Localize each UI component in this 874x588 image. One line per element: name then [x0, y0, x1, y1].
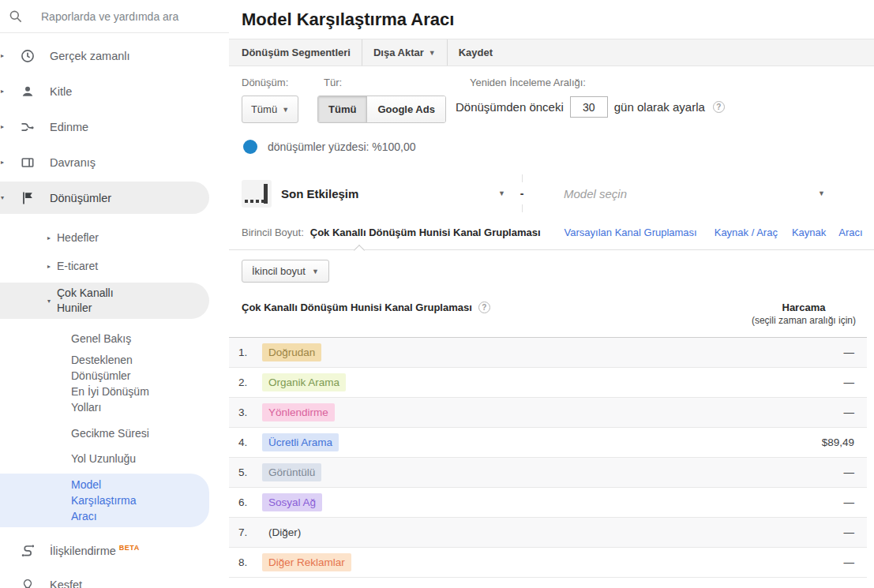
channel-label: Ücretli Arama — [262, 433, 339, 451]
sidebar-item-path-length[interactable]: Yol Uzunluğu — [0, 447, 229, 470]
channel-label: Sosyal Ağ — [262, 493, 322, 511]
expand-right-icon[interactable]: ▸ — [0, 159, 9, 166]
sidebar-item-goals[interactable]: ▸ Hedefler — [0, 223, 229, 252]
dimension-link-source[interactable]: Kaynak — [792, 227, 826, 238]
channel-label: (Diğer) — [262, 523, 307, 541]
primary-dimension-bar: Birincil Boyut: Çok Kanallı Dönüşüm Huni… — [229, 212, 874, 250]
sidebar-item-label: Keşfet — [50, 579, 82, 588]
sidebar-item-overview[interactable]: Genel Bakış — [0, 327, 229, 350]
table-row[interactable]: 5. Görüntülü — — [229, 458, 867, 488]
chevron-down-icon: ▼ — [312, 268, 319, 275]
export-button[interactable]: Dışa Aktar▼ — [362, 39, 447, 66]
sidebar-item-acquisition[interactable]: ▸ Edinme — [0, 109, 229, 144]
secondary-dimension-button[interactable]: İkincil boyut▼ — [242, 260, 329, 283]
table-row[interactable]: 2. Organik Arama — — [229, 368, 867, 398]
type-segmented-control: Tümü Google Ads — [317, 96, 446, 123]
help-icon[interactable]: ? — [478, 301, 490, 313]
primary-model-name: Son Etkileşim — [281, 187, 358, 200]
row-number: 8. — [238, 556, 259, 568]
sidebar-item-top-conversion-paths[interactable]: En İyi Dönüşüm Yolları — [0, 384, 229, 415]
sidebar-item-discover[interactable]: Keşfet — [0, 567, 229, 588]
secondary-model-placeholder: Model seçin — [564, 187, 627, 200]
conversion-segments-button[interactable]: Dönüşüm Segmentleri — [229, 39, 362, 66]
spend-value: — — [844, 406, 855, 418]
model-separator: - — [505, 174, 538, 212]
sidebar-item-attribution[interactable]: İlişkilendirmeBETA — [0, 534, 229, 567]
search-icon — [8, 9, 23, 24]
channels-table: Çok Kanallı Dönüşüm Hunisi Kanal Gruplam… — [229, 295, 867, 578]
secondary-model-dropdown[interactable]: Model seçin ▼ — [538, 187, 874, 200]
spend-value: — — [844, 496, 855, 508]
sidebar-item-label: İlişkilendirme — [50, 544, 116, 556]
row-number: 7. — [238, 526, 259, 538]
spend-value: $89,49 — [822, 436, 854, 448]
row-number: 2. — [238, 376, 259, 388]
conversion-dropdown[interactable]: Tümü▼ — [242, 96, 298, 123]
table-row[interactable]: 3. Yönlendirme — — [229, 398, 867, 428]
sidebar-item-audience[interactable]: ▸ Kitle — [0, 73, 229, 109]
spend-value: — — [844, 526, 855, 538]
expand-right-icon[interactable]: ▸ — [0, 123, 9, 130]
clock-icon — [19, 48, 36, 64]
percent-text: dönüşümler yüzdesi: %100,00 — [268, 140, 416, 153]
sidebar-item-multichannel-funnels[interactable]: ▾ Çok Kanallı Huniler — [0, 283, 209, 319]
channel-label: Görüntülü — [262, 463, 321, 481]
chevron-down-icon: ▼ — [498, 189, 505, 197]
type-option-google-ads[interactable]: Google Ads — [366, 96, 445, 122]
primary-model-dropdown[interactable]: Son Etkileşim ▼ — [229, 180, 505, 208]
expand-right-icon[interactable]: ▸ — [47, 263, 57, 270]
dimension-link-medium[interactable]: Aracı — [838, 227, 862, 238]
expand-right-icon[interactable]: ▸ — [0, 52, 9, 59]
sidebar-item-behavior[interactable]: ▸ Davranış — [0, 144, 229, 180]
expand-right-icon[interactable]: ▸ — [47, 234, 57, 242]
lookback-days-input[interactable] — [570, 96, 608, 118]
channel-label: Doğrudan — [262, 343, 321, 361]
lookback-prefix: Dönüşümden önceki — [456, 100, 564, 114]
lookback-label: Yeniden İnceleme Aralığı: — [470, 77, 725, 88]
sidebar-item-label: Hedefler — [57, 230, 99, 245]
dimension-link-source-medium[interactable]: Kaynak / Araç — [715, 227, 778, 238]
selected-dimension-caret — [354, 245, 365, 256]
expand-down-icon[interactable]: ▾ — [47, 298, 57, 305]
sidebar-item-model-comparison[interactable]: Model Karşılaştırma Aracı — [0, 474, 209, 527]
dimension-selected[interactable]: Çok Kanallı Dönüşüm Hunisi Kanal Gruplam… — [310, 227, 541, 238]
search-input[interactable] — [41, 10, 207, 23]
report-toolbar: Dönüşüm Segmentleri Dışa Aktar▼ Kaydet — [229, 39, 874, 66]
last-interaction-model-icon — [242, 180, 272, 208]
behavior-icon — [19, 155, 36, 170]
table-row[interactable]: 6. Sosyal Ağ — — [229, 488, 867, 518]
beta-badge: BETA — [119, 544, 140, 552]
sidebar-item-time-lag[interactable]: Gecikme Süresi — [0, 421, 229, 445]
sidebar-item-ecommerce[interactable]: ▸ E-ticaret — [0, 252, 229, 280]
expand-down-icon[interactable]: ▾ — [0, 194, 9, 201]
sidebar-item-conversions[interactable]: ▾ Dönüşümler — [0, 182, 209, 214]
save-button[interactable]: Kaydet — [447, 39, 504, 66]
dimension-link-default-channel[interactable]: Varsayılan Kanal Gruplaması — [565, 227, 697, 238]
type-option-all[interactable]: Tümü — [318, 96, 366, 122]
acquisition-icon — [19, 119, 36, 135]
sidebar-item-label: Çok Kanallı Huniler — [57, 286, 145, 316]
expand-right-icon[interactable]: ▸ — [0, 88, 9, 95]
conversion-label: Dönüşüm: — [242, 77, 298, 88]
sidebar-item-assisted-conversions[interactable]: Desteklenen Dönüşümler — [0, 350, 229, 384]
primary-dimension-label: Birincil Boyut: — [242, 227, 304, 238]
sidebar-item-label: Gecikme Süresi — [71, 425, 149, 441]
row-number: 6. — [238, 496, 259, 508]
row-number: 3. — [238, 406, 259, 418]
conversion-percent-row: dönüşümler yüzdesi: %100,00 — [243, 140, 416, 154]
flag-icon — [19, 190, 36, 206]
sidebar-item-label: Model Karşılaştırma Aracı — [71, 477, 156, 524]
help-icon[interactable]: ? — [713, 101, 725, 113]
percent-dot-icon — [243, 140, 257, 154]
type-label: Tür: — [324, 77, 446, 88]
sidebar-search[interactable] — [0, 0, 229, 33]
channel-label: Diğer Reklamlar — [262, 553, 351, 571]
sidebar-item-label: Dönüşümler — [50, 192, 111, 204]
table-row[interactable]: 7. (Diğer) — — [229, 518, 867, 548]
sidebar-item-label: En İyi Dönüşüm Yolları — [71, 384, 182, 415]
sidebar-item-realtime[interactable]: ▸ Gerçek zamanlı — [0, 38, 229, 73]
table-row[interactable]: 4. Ücretli Arama $89,49 — [229, 428, 867, 458]
table-row[interactable]: 1. Doğrudan — — [229, 338, 867, 368]
table-row[interactable]: 8. Diğer Reklamlar — — [229, 548, 867, 578]
lightbulb-icon — [19, 577, 36, 588]
